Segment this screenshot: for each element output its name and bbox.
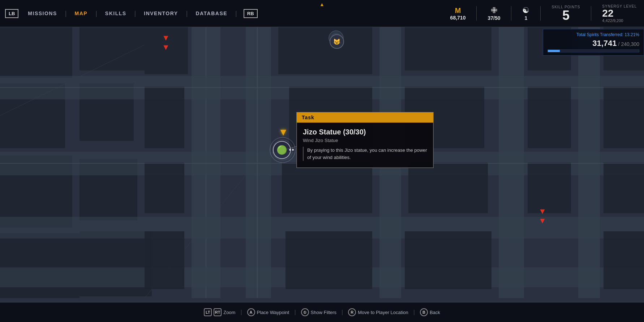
nav-skills[interactable]: SKILLS <box>99 10 133 16</box>
svg-rect-5 <box>80 27 145 70</box>
svg-rect-24 <box>285 231 372 289</box>
lb-button[interactable]: LB <box>5 9 18 18</box>
nav-divider-5: | <box>234 10 239 17</box>
tooltip-name: Jizo Statue (30/30) <box>303 128 427 136</box>
nav-map[interactable]: MAP <box>68 10 94 16</box>
compass-icon: ✙ <box>491 6 497 15</box>
svg-rect-23 <box>282 163 372 213</box>
top-nav-bar: LB MISSIONS | MAP | SKILLS | INVENTORY |… <box>0 0 644 27</box>
nav-missions[interactable]: MISSIONS <box>21 10 63 16</box>
player-icon: 🟢 <box>276 145 287 155</box>
b-button[interactable]: B <box>420 308 428 316</box>
svg-rect-31 <box>528 163 571 213</box>
nav-divider-2: | <box>94 10 99 17</box>
rb-button[interactable]: RB <box>244 9 258 18</box>
bottom-bar: LT RT Zoom | A Place Waypoint | ① Show F… <box>0 302 644 322</box>
sep-3: | <box>342 309 343 315</box>
move-label: Move to Player Location <box>358 310 408 315</box>
waypoint-control[interactable]: A Place Waypoint <box>247 308 289 316</box>
tooltip-body: Jizo Statue (30/30) Wind Jizo Statue By … <box>297 123 433 168</box>
center-marker-icon: ▲ <box>319 1 325 7</box>
spirits-panel: Total Spirits Transferred: 13.21% 31,741… <box>543 29 644 56</box>
svg-rect-39 <box>145 231 184 289</box>
compass-stat: ✙ 37/50 <box>488 6 500 21</box>
stats-panel: M 68,710 ✙ 37/50 ☯ 1 SKILL POINTS 5 <box>450 4 644 23</box>
sep-4: | <box>413 309 415 315</box>
r-button[interactable]: R <box>348 308 356 316</box>
money-stat: M 68,710 <box>450 7 466 21</box>
svg-rect-37 <box>145 87 184 148</box>
back-control[interactable]: B Back <box>420 308 440 316</box>
back-label: Back <box>430 310 440 315</box>
filter-control[interactable]: ① Show Filters <box>301 308 337 316</box>
spirits-max: 240,300 <box>621 41 639 47</box>
yinyang-stat: ☯ 1 <box>522 6 529 21</box>
spirits-bar-container <box>548 50 639 52</box>
map-marker-red-1: ▼ <box>162 33 168 41</box>
skill-points-stat: SKILL POINTS 5 <box>551 5 580 22</box>
nav-divider-1: | <box>64 10 68 17</box>
spirits-separator: / <box>618 41 620 47</box>
yinyang-icon: ☯ <box>522 6 529 15</box>
nav-divider-3: | <box>133 10 138 17</box>
compass-value: 37/50 <box>488 15 500 21</box>
zoom-label: Zoom <box>223 310 235 315</box>
svg-rect-30 <box>528 87 571 148</box>
spirits-current: 31,741 <box>592 39 617 48</box>
svg-rect-34 <box>604 163 644 213</box>
synergy-sub-value: 4,422/9,200 <box>602 18 623 23</box>
waypoint-arrow: ▼ <box>278 126 288 138</box>
synergy-stat: SYNERGY LEVEL 22 4,422/9,200 <box>602 4 637 23</box>
svg-rect-25 <box>405 27 491 70</box>
map-icon-circle: 😺 <box>330 34 344 49</box>
svg-rect-33 <box>604 87 644 148</box>
tooltip-header: Task <box>297 112 433 123</box>
filter-button-icon[interactable]: ① <box>301 308 309 316</box>
move-control[interactable]: R Move to Player Location <box>348 308 408 316</box>
nav-database[interactable]: DATABASE <box>189 10 234 16</box>
player-circle: 🟢 <box>273 141 291 159</box>
stat-div-3 <box>540 6 541 21</box>
stat-div-1 <box>476 6 477 21</box>
task-tooltip: Task Jizo Statue (30/30) Wind Jizo Statu… <box>296 112 434 168</box>
skill-points-value: 5 <box>562 9 570 22</box>
zoom-control[interactable]: LT RT Zoom <box>204 308 235 316</box>
money-icon: M <box>455 7 461 15</box>
svg-rect-21 <box>278 27 372 74</box>
nav-inventory[interactable]: INVENTORY <box>137 10 184 16</box>
spirits-title: Total Spirits Transferred: 13.21% <box>548 32 639 37</box>
nav-divider-4: | <box>185 10 189 17</box>
svg-rect-35 <box>604 231 644 289</box>
waypoint-label: Place Waypoint <box>257 310 289 315</box>
tooltip-description: By praying to this Jizo statue, you can … <box>303 147 427 161</box>
a-button[interactable]: A <box>247 308 255 316</box>
svg-rect-38 <box>145 163 184 213</box>
synergy-value: 22 <box>602 8 613 18</box>
stat-div-4 <box>591 6 591 21</box>
sep-2: | <box>294 309 296 315</box>
player-marker: 🟢 <box>273 141 291 159</box>
stat-div-2 <box>511 6 511 21</box>
lt-button[interactable]: LT <box>204 308 212 316</box>
svg-rect-1 <box>0 27 72 78</box>
spirits-bar-fill <box>548 50 560 52</box>
yinyang-value: 1 <box>525 15 528 21</box>
svg-rect-4 <box>0 233 80 298</box>
filter-label: Show Filters <box>311 310 337 315</box>
sep-1: | <box>240 309 242 315</box>
map-marker-red-2: ▼ <box>538 207 544 215</box>
tooltip-subtitle: Wind Jizo Statue <box>303 138 427 143</box>
svg-rect-28 <box>405 231 491 289</box>
svg-rect-27 <box>408 163 488 213</box>
money-value: 68,710 <box>450 15 466 21</box>
rt-button[interactable]: RT <box>214 308 222 316</box>
